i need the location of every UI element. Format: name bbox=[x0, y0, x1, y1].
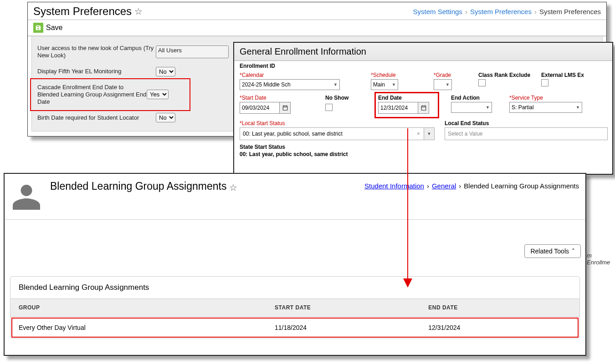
section-title: Blended Learning Group Assignments bbox=[10, 277, 579, 299]
page-title: System Preferences bbox=[33, 5, 132, 18]
end-action-select[interactable] bbox=[451, 102, 492, 113]
local-start-status-label: *Local Start Status bbox=[240, 120, 435, 126]
save-icon[interactable] bbox=[33, 23, 43, 33]
pref-new-look-select[interactable]: All Users bbox=[156, 46, 229, 58]
service-type-label: *Service Type bbox=[509, 95, 582, 101]
breadcrumb-student-information[interactable]: Student Information bbox=[364, 182, 424, 190]
local-end-status-label: Local End Status bbox=[445, 120, 608, 126]
pref-fifth-year-select[interactable]: No bbox=[156, 67, 175, 76]
grade-label: *Grade bbox=[434, 72, 452, 78]
pref-label: Birth Date required for Student Locator bbox=[37, 114, 156, 121]
chevron-right-icon: › bbox=[427, 182, 429, 190]
blended-learning-panel: Blended Learning Group Assignments ☆ Stu… bbox=[4, 173, 586, 356]
schedule-label: *Schedule bbox=[371, 72, 398, 78]
external-lms-checkbox[interactable] bbox=[541, 79, 548, 86]
col-start-date: START DATE bbox=[266, 299, 420, 317]
grade-select[interactable] bbox=[434, 79, 452, 90]
calendar-icon[interactable] bbox=[279, 102, 290, 113]
pref-cascade-end-date: Cascade Enrollment End Date to Blended L… bbox=[32, 80, 189, 110]
schedule-select[interactable]: Main bbox=[371, 79, 398, 90]
assignments-section: Blended Learning Group Assignments GROUP… bbox=[10, 276, 580, 339]
pref-cascade-select[interactable]: Yes bbox=[147, 90, 169, 99]
breadcrumb-system-settings[interactable]: System Settings bbox=[413, 8, 462, 15]
toolbar: Save bbox=[28, 20, 606, 36]
favorite-star-icon[interactable]: ☆ bbox=[229, 182, 237, 193]
favorite-star-icon[interactable]: ☆ bbox=[134, 6, 143, 17]
assignments-table: GROUP START DATE END DATE Every Other Da… bbox=[10, 299, 579, 339]
chevron-right-icon: › bbox=[459, 182, 461, 190]
cell-group: Every Other Day Virtual bbox=[10, 317, 266, 339]
breadcrumb-general[interactable]: General bbox=[432, 182, 456, 190]
pref-birth-date-select[interactable]: No bbox=[156, 113, 175, 122]
calendar-icon[interactable] bbox=[418, 102, 429, 113]
local-end-status-select[interactable]: Select a Value bbox=[445, 127, 608, 140]
chevron-down-icon[interactable]: ▼ bbox=[424, 128, 434, 140]
cell-start-date: 11/18/2024 bbox=[266, 317, 420, 339]
local-start-status-select[interactable]: 00: Last year, public school, same distr… bbox=[240, 127, 435, 140]
clear-icon[interactable]: × bbox=[413, 131, 424, 137]
breadcrumb-current: System Preferences bbox=[539, 8, 601, 15]
breadcrumb: Student Information › General › Blended … bbox=[364, 182, 579, 190]
cell-end-date: 12/31/2024 bbox=[420, 317, 579, 339]
end-date-input[interactable] bbox=[378, 102, 429, 114]
chevron-up-icon: ˄ bbox=[572, 248, 575, 255]
enrollment-title: General Enrollment Information bbox=[234, 43, 612, 61]
enrollment-panel: General Enrollment Information Enrollmen… bbox=[233, 42, 613, 175]
avatar-icon bbox=[11, 178, 42, 214]
blended-header: Blended Learning Group Assignments ☆ Stu… bbox=[5, 174, 585, 220]
related-tools-button[interactable]: Related Tools ˄ bbox=[524, 244, 581, 258]
state-start-status-label: State Start Status bbox=[240, 144, 607, 150]
external-lms-label: External LMS Ex bbox=[541, 72, 591, 78]
breadcrumb-current: Blended Learning Group Assignments bbox=[464, 182, 579, 190]
end-action-label: End Action bbox=[451, 95, 492, 101]
calendar-label: *Calendar bbox=[240, 72, 340, 78]
start-date-input[interactable] bbox=[240, 102, 291, 114]
class-rank-checkbox[interactable] bbox=[478, 79, 486, 86]
calendar-select[interactable]: 2024-25 Middle Sch bbox=[240, 79, 340, 90]
state-start-status-value: 00: Last year, public school, same distr… bbox=[240, 151, 607, 157]
save-button[interactable]: Save bbox=[46, 24, 62, 32]
no-show-checkbox[interactable] bbox=[325, 104, 333, 111]
end-date-label: End Date bbox=[378, 95, 436, 101]
pref-label: Display Fifth Year EL Monitoring bbox=[37, 68, 156, 75]
pref-label: User access to the new look of Campus (T… bbox=[37, 45, 156, 60]
enrollment-id-label: Enrollment ID bbox=[234, 61, 612, 69]
chevron-right-icon: › bbox=[465, 8, 467, 15]
no-show-label: No Show bbox=[325, 95, 357, 101]
sysprefs-header: System Preferences ☆ System Settings › S… bbox=[28, 2, 606, 20]
col-group: GROUP bbox=[10, 299, 266, 317]
enrollment-form: *Calendar 2024-25 Middle Sch *Schedule M… bbox=[234, 72, 612, 161]
table-row[interactable]: Every Other Day Virtual 11/18/2024 12/31… bbox=[10, 317, 579, 339]
breadcrumb: System Settings › System Preferences › S… bbox=[413, 8, 601, 15]
clipped-text: m Enrollme bbox=[587, 252, 615, 266]
pref-label: Cascade Enrollment End Date to Blended L… bbox=[37, 84, 147, 106]
page-title: Blended Learning Group Assignments bbox=[50, 180, 226, 192]
class-rank-label: Class Rank Exclude bbox=[478, 72, 533, 78]
start-date-label: *Start Date bbox=[240, 95, 294, 101]
service-type-select[interactable]: S: Partial bbox=[509, 102, 582, 113]
breadcrumb-system-preferences[interactable]: System Preferences bbox=[470, 8, 532, 15]
chevron-right-icon: › bbox=[534, 8, 537, 15]
col-end-date: END DATE bbox=[420, 299, 579, 317]
